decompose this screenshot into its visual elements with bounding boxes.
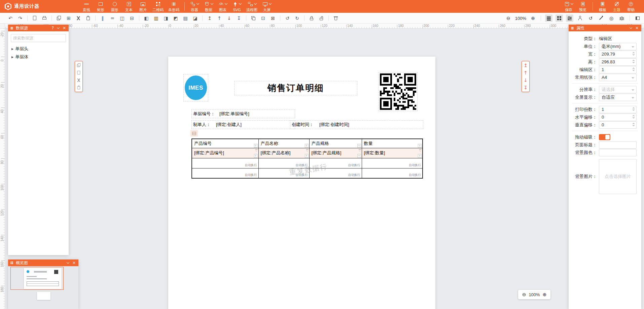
clean-button[interactable] (597, 14, 605, 22)
zoom-out-button[interactable]: ⊖ (522, 292, 526, 297)
report-page[interactable]: IMES 销售订单明细 单据编号： [绑定:单据编号] 制单人： [绑定:创建人… (168, 57, 435, 309)
lock-button[interactable] (308, 14, 315, 22)
delete-binding-icon[interactable] (419, 149, 422, 152)
properties-panel-header[interactable]: 属性 × (569, 25, 641, 31)
duplicate-button[interactable]: ⊞ (65, 14, 72, 22)
merge-layer-button[interactable]: ⊠ (269, 14, 277, 22)
dataset-button[interactable] (190, 130, 198, 136)
creator-field[interactable]: 制单人： [绑定:创建人] (191, 120, 295, 129)
chevron-down-icon[interactable] (239, 2, 242, 5)
send-to-bottom-button[interactable]: ↧ (523, 85, 529, 91)
align-bottom-button[interactable]: ◪ (191, 14, 199, 22)
cut-element-button[interactable] (76, 77, 82, 83)
tool-container-button[interactable]: 容器 (187, 1, 202, 12)
height-spinner[interactable] (632, 60, 635, 63)
binding-cell[interactable]: [绑定:产品规格]T (309, 148, 362, 158)
width-input[interactable] (599, 51, 637, 58)
bring-to-front-button[interactable]: ↥ (206, 14, 213, 22)
repeat-cell[interactable]: 自动换行 (192, 158, 258, 168)
tool-template-button[interactable]: 模板 (596, 1, 610, 12)
create-time-field[interactable]: 创建时间： [绑定:创建时间] (290, 120, 423, 129)
drag-snap-toggle[interactable] (599, 134, 610, 140)
move-layer-up-button[interactable]: ↑ (523, 70, 529, 76)
tool-chart-button[interactable]: 图表 (216, 1, 230, 12)
v-offset-spinner[interactable] (632, 123, 635, 126)
rotate-left-button[interactable]: ↺ (284, 14, 291, 22)
debug-button[interactable] (618, 14, 625, 22)
page-title-input[interactable] (599, 141, 637, 149)
send-to-back-button[interactable]: ↧ (235, 14, 243, 22)
paste-button[interactable] (84, 14, 92, 22)
chevron-down-icon[interactable] (211, 2, 213, 5)
paste-element-button[interactable] (76, 85, 82, 91)
bg-color-input[interactable] (599, 149, 637, 156)
chevron-down-icon[interactable] (225, 2, 227, 5)
doc-no-field[interactable]: 单据编号： [绑定:单据编号] (191, 110, 295, 118)
tool-svg-button[interactable]: SVG (230, 1, 244, 12)
resolution-select[interactable]: 请选择 (599, 86, 637, 93)
overview-panel-header[interactable]: 概览图 × (8, 259, 78, 266)
header-cell[interactable]: 产品编号T (192, 139, 258, 148)
align-top-button[interactable]: ◩ (172, 14, 179, 22)
edit-area-input[interactable] (599, 66, 637, 73)
align-middle-button[interactable]: ▤ (182, 14, 189, 22)
datasource-item-2[interactable]: ▶单据体 (8, 53, 69, 61)
history-button[interactable]: ↺ (587, 14, 594, 22)
align-horizontal-center-button[interactable]: ∥ (99, 14, 106, 22)
move-down-button[interactable]: ↓ (225, 14, 233, 22)
v-offset-input[interactable] (599, 121, 637, 129)
tool-circle-button[interactable]: 圆形 (108, 1, 122, 12)
panel-datasource-toggle-button[interactable] (545, 14, 552, 22)
bring-to-top-button[interactable]: ↥ (523, 62, 529, 68)
tool-qrcode-button[interactable]: 二维码 (150, 1, 166, 12)
report-title[interactable]: 销售订单明细 (234, 81, 357, 95)
h-offset-spinner[interactable] (632, 115, 635, 119)
ungroup-button[interactable]: ⊡ (259, 14, 267, 22)
new-page-button[interactable] (31, 14, 38, 22)
bg-image-picker[interactable]: 点击选择图片 (599, 159, 637, 194)
report-logo[interactable]: IMES (183, 74, 208, 101)
tool-preview-button[interactable]: 预览 (576, 1, 590, 12)
zoom-in-button[interactable]: ⊕ (543, 292, 547, 297)
move-layer-down-button[interactable]: ↓ (523, 77, 529, 83)
document-button[interactable] (76, 70, 82, 76)
delete-binding-icon[interactable] (255, 149, 258, 152)
repeat-cell[interactable]: 自动换行 (362, 158, 423, 168)
repeat-cell[interactable]: 自动换行 (192, 168, 258, 178)
header-cell[interactable]: 产品规格T (309, 139, 362, 148)
tool-save-button[interactable]: 保存 (562, 1, 576, 12)
align-center-button[interactable]: ▥ (152, 14, 160, 22)
close-icon[interactable]: × (72, 261, 76, 265)
close-icon[interactable]: × (635, 26, 639, 30)
tool-bigscreen-button[interactable]: 大屏 (260, 1, 274, 12)
height-input[interactable] (599, 58, 637, 66)
cut-button[interactable] (75, 14, 82, 22)
chevron-down-icon[interactable] (254, 2, 256, 5)
copy-button[interactable] (55, 14, 63, 22)
chevron-down-icon[interactable] (571, 2, 573, 5)
panel-components-toggle-button[interactable] (556, 14, 563, 22)
tool-text-button[interactable]: 文本 (122, 1, 136, 12)
datasource-item-1[interactable]: ▶单据头 (8, 45, 69, 53)
design-canvas[interactable]: IMES 销售订单明细 单据编号： [绑定:单据编号] 制单人： [绑定:创建人… (5, 29, 644, 309)
tool-help-button[interactable]: 帮助 (624, 1, 638, 12)
paper-select[interactable]: A4 (599, 74, 637, 81)
center-horizontal-button[interactable]: ◫ (118, 14, 126, 22)
center-vertical-button[interactable]: ⊟ (128, 14, 136, 22)
zoom-in-button[interactable]: ⊕ (529, 14, 537, 22)
collapse-icon[interactable] (67, 261, 69, 264)
report-qr-code[interactable] (379, 72, 418, 111)
collapse-icon[interactable] (630, 26, 632, 29)
help-icon[interactable]: ? (51, 26, 55, 30)
tool-image-button[interactable]: 图片 (136, 1, 150, 12)
binding-cell[interactable]: [绑定:数量]T (362, 148, 423, 158)
zoom-out-button[interactable]: ⊖ (505, 14, 512, 22)
unlock-button[interactable] (318, 14, 325, 22)
chevron-down-icon[interactable] (196, 2, 199, 5)
tool-barcode-button[interactable]: 条形码 (166, 1, 182, 12)
overview-viewport-box[interactable] (10, 267, 64, 290)
delete-binding-icon[interactable] (306, 149, 309, 152)
align-vertical-center-button[interactable]: = (109, 14, 116, 22)
tool-line-button[interactable]: 直线 (79, 1, 94, 12)
overview-thumbnail[interactable] (8, 266, 78, 309)
